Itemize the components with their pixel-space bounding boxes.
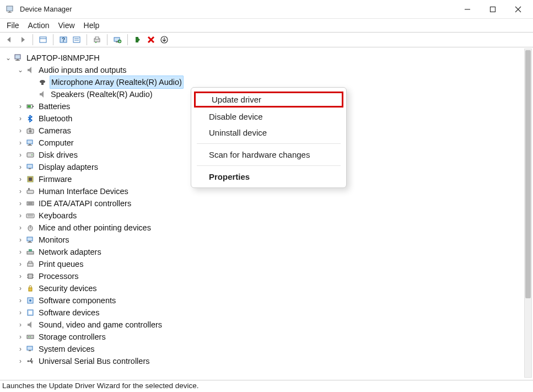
category-icon — [25, 114, 35, 123]
expander-icon[interactable]: › — [17, 282, 24, 294]
tree-root[interactable]: ⌄ LAPTOP-I8NMPJFH — [4, 52, 533, 64]
category-ide-ata-atapi-controllers[interactable]: ›IDE ATA/ATAPI controllers — [4, 197, 533, 210]
category-network-adapters[interactable]: ›Network adapters — [4, 246, 533, 258]
enable-button[interactable] — [132, 34, 144, 46]
category-keyboards[interactable]: ›Keyboards — [4, 210, 533, 222]
update-driver-button[interactable] — [158, 34, 170, 46]
svg-rect-35 — [27, 140, 33, 144]
ctx-scan-hardware[interactable]: Scan for hardware changes — [191, 147, 346, 163]
svg-rect-79 — [31, 358, 32, 359]
category-icon — [25, 101, 35, 111]
expander-icon[interactable]: › — [17, 197, 24, 210]
expander-icon[interactable]: › — [17, 112, 24, 125]
ctx-properties[interactable]: Properties — [191, 169, 346, 185]
expander-icon[interactable]: › — [17, 100, 24, 112]
category-icon — [25, 344, 35, 354]
properties-button[interactable] — [71, 34, 83, 46]
expander-icon[interactable]: › — [17, 149, 24, 161]
category-software-components[interactable]: ›Software components — [4, 294, 533, 307]
expander-icon[interactable]: › — [17, 246, 24, 258]
expander-icon[interactable]: › — [17, 319, 24, 331]
expander-icon[interactable]: › — [17, 270, 24, 282]
category-icon — [25, 332, 35, 342]
category-print-queues[interactable]: ›Print queues — [4, 258, 533, 270]
ctx-uninstall-device[interactable]: Uninstall device — [191, 125, 346, 141]
category-icon — [25, 186, 35, 196]
svg-rect-2 — [8, 12, 12, 13]
svg-rect-61 — [28, 274, 33, 278]
menu-view[interactable]: View — [58, 21, 74, 30]
category-label: Software devices — [37, 307, 100, 319]
maximize-button[interactable] — [480, 0, 505, 19]
device-microphone-array[interactable]: Microphone Array (Realtek(R) Audio) — [4, 76, 533, 88]
expander-icon[interactable]: › — [17, 161, 24, 173]
ctx-update-driver[interactable]: Update driver — [194, 92, 343, 108]
scan-button[interactable] — [111, 34, 123, 46]
category-label: Storage controllers — [37, 331, 107, 343]
category-label: Firmware — [37, 173, 73, 185]
expander-icon[interactable]: › — [17, 173, 24, 185]
svg-rect-26 — [15, 60, 20, 61]
menu-file[interactable]: File — [7, 21, 19, 30]
category-label: Keyboards — [37, 210, 78, 222]
expander-icon[interactable]: › — [17, 222, 24, 234]
category-storage-controllers[interactable]: ›Storage controllers — [4, 331, 533, 343]
category-universal-serial-bus-controllers[interactable]: ›Universal Serial Bus controllers — [4, 355, 533, 367]
menu-help[interactable]: Help — [84, 21, 100, 30]
category-audio[interactable]: ⌄ Audio inputs and outputs — [4, 64, 533, 76]
show-hide-tree-button[interactable] — [37, 34, 49, 46]
expander-icon[interactable]: › — [17, 137, 24, 149]
category-system-devices[interactable]: ›System devices — [4, 343, 533, 355]
device-label: Microphone Array (Realtek(R) Audio) — [50, 76, 184, 89]
category-processors[interactable]: ›Processors — [4, 270, 533, 282]
svg-point-81 — [31, 362, 33, 363]
category-label: Software components — [37, 294, 117, 307]
minimize-button[interactable] — [455, 0, 480, 19]
category-icon — [25, 283, 35, 293]
speaker-icon — [25, 65, 35, 75]
expander-icon[interactable]: › — [17, 125, 24, 137]
category-software-devices[interactable]: ›Software devices — [4, 307, 533, 319]
category-icon — [25, 259, 35, 269]
nav-forward-button[interactable] — [17, 34, 29, 46]
speaker-icon — [37, 89, 47, 99]
help-button[interactable]: ? — [57, 34, 69, 46]
context-menu: Update driver Disable device Uninstall d… — [191, 87, 347, 188]
category-label: Security devices — [37, 282, 98, 294]
expander-icon[interactable]: › — [17, 307, 24, 319]
category-sound-video-and-game-controllers[interactable]: ›Sound, video and game controllers — [4, 319, 533, 331]
microphone-icon — [37, 77, 47, 87]
svg-rect-36 — [29, 144, 31, 145]
expander-icon[interactable]: › — [17, 294, 24, 307]
expander-icon[interactable]: ⌄ — [4, 52, 12, 64]
scrollbar-thumb[interactable] — [525, 50, 531, 298]
tree-root-label: LAPTOP-I8NMPJFH — [25, 52, 101, 64]
expander-icon[interactable]: › — [17, 331, 24, 343]
svg-rect-30 — [33, 106, 34, 107]
expander-icon[interactable]: › — [17, 343, 24, 355]
close-button[interactable] — [505, 0, 531, 19]
category-security-devices[interactable]: ›Security devices — [4, 282, 533, 294]
expander-icon[interactable]: › — [17, 355, 24, 367]
svg-point-72 — [28, 336, 29, 337]
disable-button[interactable] — [145, 34, 157, 46]
svg-rect-54 — [27, 237, 33, 241]
category-mice-and-other-pointing-devices[interactable]: ›Mice and other pointing devices — [4, 222, 533, 234]
toolbar: ? — [0, 32, 533, 47]
expander-icon[interactable]: ⌄ — [17, 64, 24, 76]
vertical-scrollbar[interactable] — [524, 49, 532, 378]
svg-point-33 — [29, 130, 32, 133]
window-buttons — [455, 0, 531, 19]
expander-icon[interactable]: › — [17, 234, 24, 246]
expander-icon[interactable]: › — [17, 210, 24, 222]
print-button[interactable] — [91, 34, 103, 46]
nav-back-button[interactable] — [3, 34, 15, 46]
category-icon — [25, 223, 35, 233]
menu-action[interactable]: Action — [28, 21, 50, 30]
ctx-disable-device[interactable]: Disable device — [191, 109, 346, 125]
category-monitors[interactable]: ›Monitors — [4, 234, 533, 246]
expander-icon[interactable]: › — [17, 185, 24, 197]
app-icon — [6, 4, 15, 14]
expander-icon[interactable]: › — [17, 258, 24, 270]
computer-icon — [13, 53, 23, 63]
